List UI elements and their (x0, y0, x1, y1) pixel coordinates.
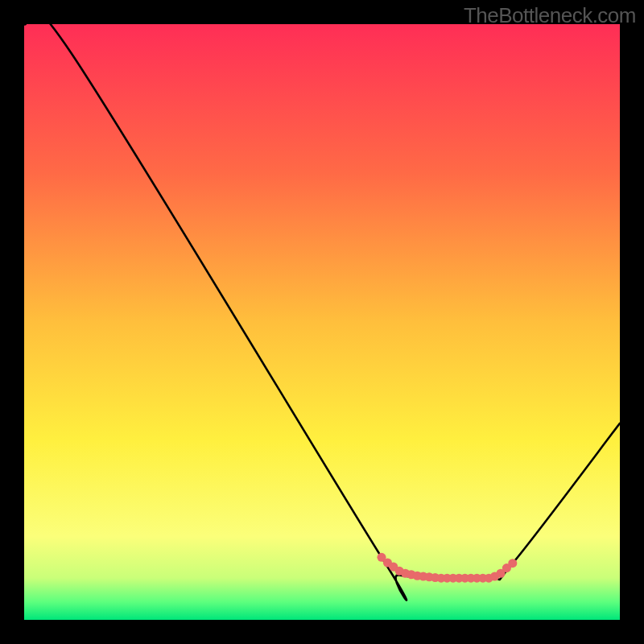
plot-area (24, 24, 620, 620)
optimal-dot (508, 559, 517, 568)
optimal-zone-dots (377, 553, 517, 583)
chart-container: TheBottleneck.com (0, 0, 644, 644)
bottleneck-curve (24, 24, 620, 601)
watermark-text: TheBottleneck.com (464, 3, 636, 28)
curve-layer (24, 24, 620, 620)
